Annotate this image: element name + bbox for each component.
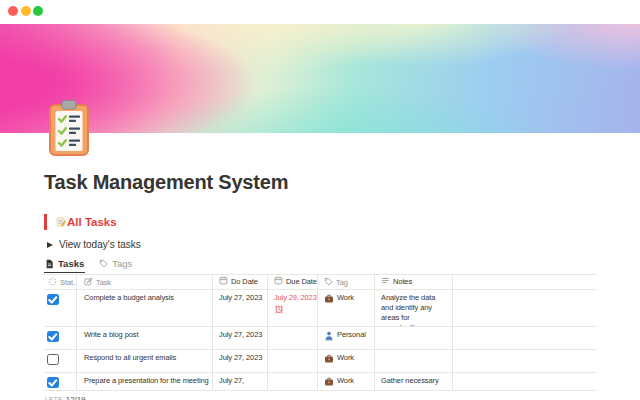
tab-tasks[interactable]: Tasks [44,258,85,273]
task-title: Write a blog post [84,330,138,339]
window-titlebar [0,0,640,24]
calc-value: 12/19 [66,395,86,400]
person-icon [324,331,334,341]
tab-tasks-label: Tasks [58,258,84,269]
do-date-cell[interactable]: July 27, 2023 [213,350,268,372]
briefcase-icon [324,354,334,364]
task-checkbox[interactable] [47,377,59,389]
table-header: Stat... Task [44,275,597,290]
briefcase-icon [324,377,334,387]
calendar-icon [274,276,283,288]
column-header-status[interactable]: Stat... [44,275,77,289]
briefcase-icon [324,294,334,304]
column-header-do-date[interactable]: Do Date [213,275,268,289]
column-header-task[interactable]: Task [77,275,213,289]
status-cell[interactable] [44,373,77,390]
status-cell[interactable] [44,290,77,326]
table-row: Respond to all urgent emails July 27, 20… [44,350,597,373]
calendar-icon [219,276,228,288]
due-date-value: July 29, 2023 [274,293,313,303]
memo-icon [56,217,66,227]
toggle-view-todays-tasks[interactable]: View today's tasks [44,238,597,251]
column-header-notes[interactable]: Notes [375,275,453,289]
task-cell[interactable]: Respond to all urgent emails [77,350,213,372]
toggle-arrow-icon[interactable] [47,242,53,248]
notes-cell[interactable]: Gather necessary [375,373,453,390]
zoom-button[interactable] [33,6,43,16]
due-date-cell[interactable] [268,327,318,349]
tag-value: Work [337,293,354,302]
all-tasks-label: All Tasks [67,216,117,228]
tab-tags-label: Tags [112,258,132,269]
alarm-clock-icon [274,304,284,314]
task-cell[interactable]: Write a blog post [77,327,213,349]
text-lines-icon [381,276,390,288]
document-icon [45,259,54,269]
do-date-cell[interactable]: July 27, 2023 [213,290,268,326]
notes-value: Gather necessary [381,376,448,386]
do-date-value: July 27, 2023 [219,293,262,302]
minimize-button[interactable] [21,6,31,16]
page-content: Task Management System All Tasks View to… [44,133,597,400]
page-title[interactable]: Task Management System [44,171,597,194]
task-title: Respond to all urgent emails [84,353,176,362]
do-date-value: July 27, [219,376,244,385]
tag-value: Work [337,353,354,362]
status-cell[interactable] [44,327,77,349]
cover-image[interactable] [0,24,640,133]
due-date-cell[interactable] [268,373,318,390]
do-date-value: July 27, 2023 [219,330,262,339]
task-checkbox[interactable] [47,294,59,306]
row-filler [453,350,597,372]
task-checkbox[interactable] [47,331,59,343]
status-cell[interactable] [44,350,77,372]
task-title: Prepare a presentation for the meeting [84,376,209,385]
tag-value: Personal [337,330,366,339]
tab-tags[interactable]: Tags [98,258,133,273]
tag-cell[interactable]: Personal [318,327,375,349]
tag-cell[interactable]: Work [318,290,375,326]
notion-window: Task Management System All Tasks View to… [0,0,640,400]
table-row: Complete a budget analysis July 27, 2023… [44,290,597,327]
notes-value: Analyze the data and identify any areas … [381,293,448,326]
table-row: Prepare a presentation for the meeting J… [44,373,597,391]
due-date-cell[interactable] [268,350,318,372]
do-date-value: July 27, 2023 [219,353,262,362]
due-date-cell[interactable]: July 29, 2023 [268,290,318,326]
column-header-tag[interactable]: Tag [318,275,375,289]
all-tasks-callout[interactable]: All Tasks [44,214,597,230]
task-cell[interactable]: Complete a budget analysis [77,290,213,326]
edit-square-icon [84,277,93,288]
tag-value: Work [337,376,354,385]
calc-row[interactable]: LETE 12/19 [44,391,597,400]
task-title: Complete a budget analysis [84,293,174,302]
header-filler [453,275,597,289]
close-button[interactable] [8,6,18,16]
task-checkbox[interactable] [47,354,59,366]
do-date-cell[interactable]: July 27, [213,373,268,390]
tasks-table: Stat... Task [44,274,597,400]
column-header-due-date[interactable]: Due Date [268,275,318,289]
row-filler [453,327,597,349]
status-circle-icon [48,277,57,288]
tag-cell[interactable]: Work [318,373,375,390]
notes-cell[interactable] [375,350,453,372]
do-date-cell[interactable]: July 27, 2023 [213,327,268,349]
row-filler [453,373,597,390]
table-body: Complete a budget analysis July 27, 2023… [44,290,597,391]
tag-icon [324,277,333,288]
row-filler [453,290,597,326]
task-cell[interactable]: Prepare a presentation for the meeting [77,373,213,390]
table-row: Write a blog post July 27, 2023 [44,327,597,350]
view-tabs: Tasks Tags [44,258,597,273]
tag-icon [99,259,108,268]
toggle-label: View today's tasks [59,239,141,250]
notes-cell[interactable] [375,327,453,349]
calc-label: LETE [45,396,63,400]
notes-cell[interactable]: Analyze the data and identify any areas … [375,290,453,326]
tag-cell[interactable]: Work [318,350,375,372]
